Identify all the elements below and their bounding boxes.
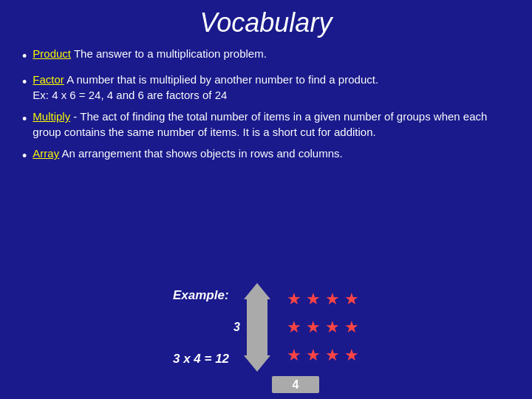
bullet-dot-3: • [22, 110, 27, 129]
product-text: Product The answer to a multiplication p… [33, 46, 510, 61]
bullet-dot-1: • [22, 47, 27, 66]
array-definition: An arrangement that shows objects in row… [59, 147, 343, 160]
arrow-number: 3 [233, 321, 240, 334]
bullet-multiply: • Multiply - The act of finding the tota… [22, 109, 510, 140]
diagram-wrapper: Example: 3 x 4 = 12 3 ★ ★ [173, 279, 359, 375]
star-1-3: ★ [325, 290, 340, 309]
four-label: 4 [272, 376, 320, 393]
multiply-definition: - The act of finding the total number of… [33, 110, 487, 138]
bullet-dot-2: • [22, 73, 27, 92]
star-2-2: ★ [306, 318, 321, 337]
page-title: Vocabulary [22, 7, 510, 38]
term-product: Product [33, 47, 71, 60]
bullet-array: • Array An arrangement that shows object… [22, 146, 510, 166]
diagram-area: Example: 3 x 4 = 12 3 ★ ★ [22, 279, 510, 392]
left-labels: Example: 3 x 4 = 12 [173, 279, 229, 375]
factor-definition: A number that is multiplied by another n… [64, 73, 378, 86]
multiply-text: Multiply - The act of finding the total … [33, 109, 510, 140]
stars-grid: ★ ★ ★ ★ ★ ★ ★ ★ ★ ★ ★ ★ [287, 290, 359, 365]
star-row-3: ★ ★ ★ ★ [287, 346, 359, 365]
arrow-head-up [244, 283, 270, 299]
star-row-1: ★ ★ ★ ★ [287, 290, 359, 309]
bullet-factor: • Factor A number that is multiplied by … [22, 72, 510, 103]
bottom-label-row: 4 [213, 378, 320, 392]
star-3-1: ★ [287, 346, 301, 365]
star-1-1: ★ [287, 290, 301, 309]
bullet-dot-4: • [22, 147, 27, 166]
vertical-arrow: 3 [244, 283, 270, 372]
page: Vocabulary • Product The answer to a mul… [0, 0, 532, 399]
star-1-2: ★ [306, 290, 321, 309]
bullet-product: • Product The answer to a multiplication… [22, 46, 510, 66]
star-3-3: ★ [325, 346, 340, 365]
array-text: Array An arrangement that shows objects … [33, 146, 510, 161]
star-2-3: ★ [325, 318, 340, 337]
term-multiply: Multiply [33, 110, 70, 123]
example-label: Example: [173, 288, 229, 303]
star-3-4: ★ [344, 346, 359, 365]
star-3-2: ★ [306, 346, 321, 365]
arrow-shaft: 3 [247, 299, 267, 355]
factor-example: Ex: 4 x 6 = 24, 4 and 6 are factors of 2… [33, 89, 227, 101]
product-definition: The answer to a multiplication problem. [71, 47, 267, 60]
arrow-head-down [244, 355, 270, 372]
star-1-4: ★ [344, 290, 359, 309]
term-factor: Factor [33, 73, 64, 86]
term-array: Array [33, 147, 59, 160]
equation-label: 3 x 4 = 12 [173, 352, 229, 366]
factor-text: Factor A number that is multiplied by an… [33, 72, 510, 103]
star-2-1: ★ [287, 318, 301, 337]
star-2-4: ★ [344, 318, 359, 337]
content-area: • Product The answer to a multiplication… [22, 46, 510, 273]
vertical-arrow-col: 3 [235, 279, 279, 375]
star-row-2: ★ ★ ★ ★ [287, 318, 359, 337]
